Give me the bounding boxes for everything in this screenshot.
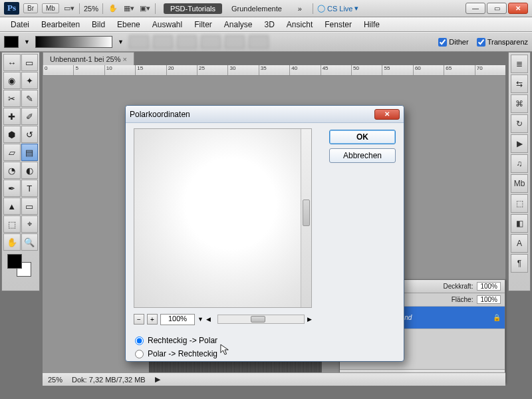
pen-tool[interactable]: ✒ <box>3 180 21 197</box>
dialog-title: Polarkoordinaten <box>130 110 190 119</box>
type-tool[interactable]: T <box>21 180 39 197</box>
panel-icon[interactable]: ¶ <box>511 254 528 273</box>
cancel-button[interactable]: Abbrechen <box>329 148 396 163</box>
panel-icon[interactable]: ♫ <box>511 154 528 173</box>
lasso-tool[interactable]: ◉ <box>3 72 21 89</box>
right-panel-strip: ≣ ⇆ ⌘ ↻ ▶ ♫ Mb ⬚ ◧ A ¶ <box>508 52 531 291</box>
dither-checkbox[interactable]: Dither <box>438 38 468 47</box>
workspace-tab-active[interactable]: PSD-Tutorials <box>164 3 222 14</box>
menubar: Datei Bearbeiten Bild Ebene Auswahl Filt… <box>0 17 532 32</box>
panel-icon[interactable]: ⇆ <box>511 74 528 93</box>
cslive-link[interactable]: ◯CS Live ▾ <box>317 4 359 13</box>
history-brush-tool[interactable]: ↺ <box>21 126 39 143</box>
heal-tool[interactable]: ✚ <box>3 108 21 125</box>
dropdown-icon[interactable]: ▼ <box>198 316 203 323</box>
status-doc: Dok: 7,32 MB/7,32 MB <box>72 376 146 384</box>
marquee-tool[interactable]: ▭ <box>21 54 39 71</box>
panel-icon[interactable]: Mb <box>511 174 528 193</box>
workspace-tab[interactable]: Grundelemente <box>225 3 289 14</box>
document-tab[interactable]: Unbenannt-1 bei 25% × <box>43 52 134 65</box>
opacity-label: Deckkraft: <box>443 283 473 290</box>
zoom-level[interactable]: 25% <box>84 5 98 13</box>
panel-icon[interactable]: ▶ <box>511 134 528 153</box>
app-titlebar: Ps Br Mb ▭▾ 25% ✋ ▦▾ ▣▾ PSD-Tutorials Gr… <box>0 0 532 17</box>
panel-icon[interactable]: ≣ <box>511 55 528 73</box>
option-polar-to-rect[interactable]: Polar -> Rechteckig <box>135 349 217 358</box>
dodge-tool[interactable]: ◐ <box>21 162 39 179</box>
zoom-field[interactable]: 100% <box>160 314 195 325</box>
menu-hilfe[interactable]: Hilfe <box>358 19 385 31</box>
eyedropper-tool[interactable]: ✎ <box>21 90 39 107</box>
option-rect-to-polar[interactable]: Rechteckig -> Polar <box>135 336 217 345</box>
menu-auswahl[interactable]: Auswahl <box>147 19 188 31</box>
cslive-icon: ◯ <box>317 4 325 13</box>
ruler-horizontal: 0510152025303540455055606570 <box>43 65 505 76</box>
menu-datei[interactable]: Datei <box>5 19 35 31</box>
menu-filter[interactable]: Filter <box>189 19 217 31</box>
gradient-preview[interactable] <box>35 36 112 48</box>
ok-button[interactable]: OK <box>329 130 396 144</box>
brush-tool[interactable]: ✐ <box>21 108 39 125</box>
panel-icon[interactable]: ⬚ <box>511 194 528 213</box>
3d-tool[interactable]: ⬚ <box>3 215 21 233</box>
workspace-tabs: PSD-Tutorials Grundelemente » <box>164 3 309 14</box>
menu-3d[interactable]: 3D <box>259 19 280 31</box>
status-arrow-icon[interactable]: ▶ <box>155 375 160 384</box>
wand-tool[interactable]: ✦ <box>21 72 39 89</box>
menu-bild[interactable]: Bild <box>86 19 110 31</box>
minimize-button[interactable]: — <box>466 3 485 14</box>
close-button[interactable]: ✕ <box>508 3 528 14</box>
preview-image <box>134 129 301 307</box>
screen-mode-icon[interactable]: ▭▾ <box>63 3 75 15</box>
blurred-options <box>129 35 269 49</box>
cursor-icon <box>220 344 229 356</box>
blur-tool[interactable]: ◔ <box>3 162 21 179</box>
fill-value[interactable]: 100% <box>477 295 501 304</box>
move-tool[interactable]: ↔ <box>3 54 21 71</box>
dropdown-icon[interactable]: ▼ <box>24 39 30 45</box>
bridge-chip[interactable]: Br <box>23 3 38 13</box>
3d-camera-tool[interactable]: ⌖ <box>21 215 39 233</box>
extras-icon[interactable]: ▣▾ <box>139 3 151 15</box>
opacity-value[interactable]: 100% <box>477 282 501 291</box>
stamp-tool[interactable]: ⬢ <box>3 126 21 143</box>
dialog-close-button[interactable]: ✕ <box>374 109 400 120</box>
transparency-checkbox[interactable]: Transparenz <box>477 38 528 47</box>
tool-preset-swatch[interactable] <box>4 36 19 48</box>
zoom-in-button[interactable]: + <box>147 314 158 325</box>
arrange-icon[interactable]: ▦▾ <box>123 3 135 15</box>
hand-tool[interactable]: ✋ <box>3 233 21 251</box>
zoom-tool[interactable]: 🔍 <box>21 233 39 251</box>
workspace-more-icon[interactable]: » <box>291 3 309 14</box>
path-select-tool[interactable]: ▲ <box>3 198 21 215</box>
lock-icon: 🔒 <box>493 314 501 321</box>
panel-icon[interactable]: ⌘ <box>511 94 528 113</box>
menu-ansicht[interactable]: Ansicht <box>281 19 318 31</box>
menu-ebene[interactable]: Ebene <box>112 19 146 31</box>
panel-icon[interactable]: ↻ <box>511 114 528 133</box>
crop-tool[interactable]: ✂ <box>3 90 21 107</box>
color-swatches[interactable] <box>3 251 38 278</box>
dialog-titlebar[interactable]: Polarkoordinaten ✕ <box>126 106 404 123</box>
menu-bearbeiten[interactable]: Bearbeiten <box>36 19 85 31</box>
menu-fenster[interactable]: Fenster <box>319 19 357 31</box>
menu-analyse[interactable]: Analyse <box>219 19 258 31</box>
minibridge-chip[interactable]: Mb <box>42 3 59 13</box>
shape-tool[interactable]: ▭ <box>21 198 39 215</box>
status-zoom[interactable]: 25% <box>48 376 63 384</box>
panel-icon[interactable]: ◧ <box>511 214 528 233</box>
polar-coordinates-dialog: Polarkoordinaten ✕ − + 100% ▼ ◀ ▶ Rechte… <box>125 105 404 362</box>
scroll-right-icon[interactable]: ▶ <box>307 316 312 323</box>
hand-icon[interactable]: ✋ <box>107 3 119 15</box>
gradient-tool[interactable]: ▤ <box>21 144 39 161</box>
zoom-out-button[interactable]: − <box>134 314 144 325</box>
dialog-preview <box>134 128 312 308</box>
panel-icon[interactable]: A <box>511 234 528 253</box>
maximize-button[interactable]: ▭ <box>487 3 507 14</box>
close-icon[interactable]: × <box>122 55 126 63</box>
preview-hscroll[interactable] <box>217 315 305 324</box>
preview-scrollbar[interactable] <box>301 129 311 307</box>
eraser-tool[interactable]: ▱ <box>3 144 21 161</box>
dropdown-icon[interactable]: ▼ <box>118 39 124 45</box>
scroll-left-icon[interactable]: ◀ <box>206 316 211 323</box>
